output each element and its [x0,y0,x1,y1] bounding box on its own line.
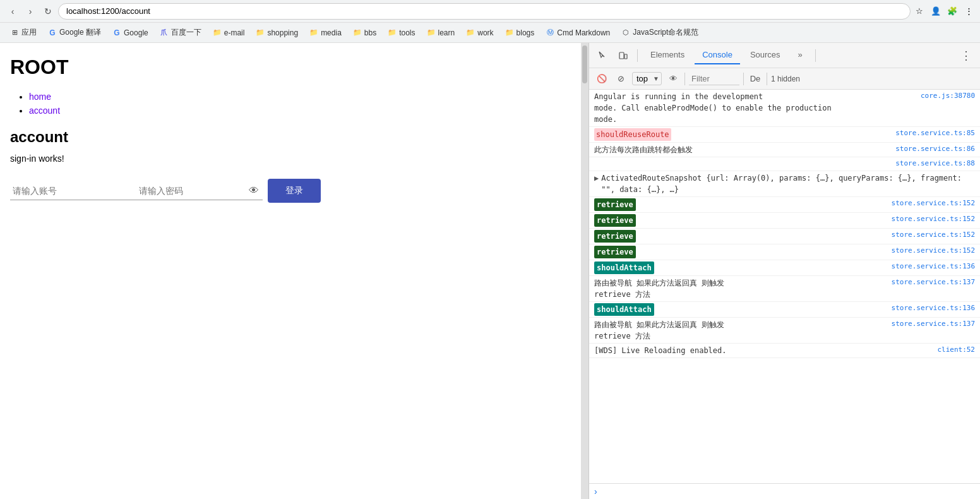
bookmark-blogs[interactable]: 📁 blogs [500,27,540,39]
forward-button[interactable]: › [23,4,38,19]
log-entry-retrieve-3: retrieve store.service.ts:152 [589,229,980,244]
log-entry-route-trigger: 此方法每次路由跳转都会触发 store.service.ts:86 [589,143,980,157]
bookmark-google-translate-label: Google 翻译 [59,27,101,38]
expand-icon[interactable]: ▶ [594,172,599,184]
log-entry-angular: Angular is running in the development mo… [589,90,980,127]
devtools-menu-button[interactable]: ⋮ [957,47,975,64]
bookmark-shopping[interactable]: 📁 shopping [251,27,303,39]
bookmark-apps[interactable]: ⊞ 应用 [5,25,42,40]
inspect-element-icon[interactable] [594,47,612,64]
highlight-should-reuse-route: shouldReuseRoute [594,128,671,141]
log-entry-retrieve-2: retrieve store.service.ts:152 [589,213,980,229]
log-link-should-attach-1[interactable]: store.service.ts:136 [892,262,975,272]
highlight-should-attach-2: shouldAttach [594,303,654,316]
profile-icon[interactable]: 👤 [929,5,942,18]
address-bar[interactable] [58,3,911,20]
devtools-panel: Elements Console Sources » ⋮ 🚫 ⊘ top ▼ 👁… [589,43,980,499]
login-button[interactable]: 登录 [268,179,321,203]
console-toolbar: 🚫 ⊘ top ▼ 👁 De 1 hidden [589,68,980,90]
username-input[interactable] [10,182,136,200]
bookmark-shopping-label: shopping [267,28,298,37]
log-link-route-nav-2[interactable]: store.service.ts:137 [892,319,975,330]
nav-list-item-account: account [29,105,571,116]
bookmark-cmd-markdown[interactable]: Ⓜ Cmd Markdown [541,27,615,39]
extensions-icon[interactable]: 🧩 [946,5,959,18]
section-title: account [10,128,571,146]
highlight-retrieve-3: retrieve [594,230,636,243]
tab-separator-1 [637,49,638,62]
baidu-icon: 爪 [160,28,169,37]
bbs-folder-icon: 📁 [353,28,362,37]
bookmark-media[interactable]: 📁 media [304,27,347,39]
log-link-retrieve-1[interactable]: store.service.ts:152 [892,198,975,209]
highlight-retrieve-4: retrieve [594,246,636,258]
log-entry-activated-route: ▶ ActivatedRouteSnapshot {url: Array(0),… [589,171,980,197]
bookmark-bbs-label: bbs [364,28,376,37]
bookmark-google-translate[interactable]: G Google 翻译 [43,25,106,40]
log-link-should-reuse-85[interactable]: store.service.ts:85 [895,128,975,139]
nav-list: home account [10,92,571,116]
bookmark-blogs-label: blogs [517,28,535,37]
bookmark-learn[interactable]: 📁 learn [422,27,460,39]
learn-folder-icon: 📁 [427,28,436,37]
refresh-button[interactable]: ↻ [40,4,56,19]
log-link-route-trigger[interactable]: store.service.ts:86 [895,144,975,155]
log-link-wds[interactable]: client:52 [937,345,975,356]
media-folder-icon: 📁 [309,28,318,37]
login-form: 👁 登录 [10,179,571,203]
log-text-angular: Angular is running in the development mo… [594,91,921,125]
log-link-retrieve-4[interactable]: store.service.ts:152 [892,246,975,256]
google-translate-icon: G [48,28,57,37]
password-input[interactable] [136,182,263,200]
main-area: ROOT home account account sign-in works!… [0,43,980,499]
bookmark-email-label: e-mail [224,28,245,37]
sign-in-text: sign-in works! [10,153,571,164]
home-link[interactable]: home [29,92,51,102]
bookmark-baidu-label: 百度一下 [171,27,201,38]
tab-elements[interactable]: Elements [643,46,692,64]
bookmark-baidu[interactable]: 爪 百度一下 [155,25,206,40]
log-entry-route-nav-2: 路由被导航 如果此方法返回真 则触发 retrieve 方法 store.ser… [589,318,980,344]
bookmark-tools[interactable]: 📁 tools [383,27,420,39]
device-toolbar-icon[interactable] [614,47,632,64]
bookmark-google[interactable]: G Google [107,27,153,39]
console-input[interactable] [601,487,975,496]
eye-icon-console[interactable]: 👁 [666,71,681,87]
log-link-retrieve-2[interactable]: store.service.ts:152 [892,214,975,225]
tab-sources[interactable]: Sources [743,46,788,64]
filter-input[interactable] [689,73,739,85]
log-entry-should-attach-2: shouldAttach store.service.ts:136 [589,302,980,318]
bookmark-cmd-markdown-label: Cmd Markdown [557,28,610,37]
clear-console-button[interactable]: 🚫 [594,71,609,87]
bookmark-google-label: Google [124,28,148,37]
highlight-should-attach-1: shouldAttach [594,262,654,274]
svg-rect-1 [624,54,627,59]
log-link-88[interactable]: store.service.ts:88 [895,159,975,169]
log-entry-should-reuse: shouldReuseRoute store.service.ts:85 [589,127,980,143]
apps-icon: ⊞ [10,28,19,37]
log-link-retrieve-3[interactable]: store.service.ts:152 [892,230,975,241]
log-link-route-nav-1[interactable]: store.service.ts:137 [892,277,975,288]
bookmark-js-naming[interactable]: ⬡ JavaScript命名规范 [616,25,703,40]
log-entry-route-nav-1: 路由被导航 如果此方法返回真 则触发 retrieve 方法 store.ser… [589,276,980,302]
back-button[interactable]: ‹ [5,4,20,19]
github-icon: ⬡ [621,28,630,37]
account-link[interactable]: account [29,105,60,116]
context-select[interactable]: top [632,72,662,85]
scroll-thumb[interactable] [582,45,587,83]
stop-icon[interactable]: ⊘ [613,71,628,87]
tab-console[interactable]: Console [695,46,740,64]
more-icon[interactable]: ⋮ [962,5,975,18]
default-levels-label[interactable]: De [748,71,763,87]
bookmark-bbs[interactable]: 📁 bbs [348,27,381,39]
bookmark-email[interactable]: 📁 e-mail [208,27,250,39]
toggle-password-icon[interactable]: 👁 [249,185,259,196]
tools-folder-icon: 📁 [388,28,397,37]
log-link-should-attach-2[interactable]: store.service.ts:136 [892,303,975,314]
browser-toolbar: ‹ › ↻ ☆ 👤 🧩 ⋮ [0,0,980,23]
tab-more[interactable]: » [791,46,810,64]
log-link-angular[interactable]: core.js:38780 [921,91,975,102]
bookmark-star-icon[interactable]: ☆ [913,5,926,18]
log-entry-should-attach-1: shouldAttach store.service.ts:136 [589,260,980,276]
bookmark-work[interactable]: 📁 work [461,27,498,39]
